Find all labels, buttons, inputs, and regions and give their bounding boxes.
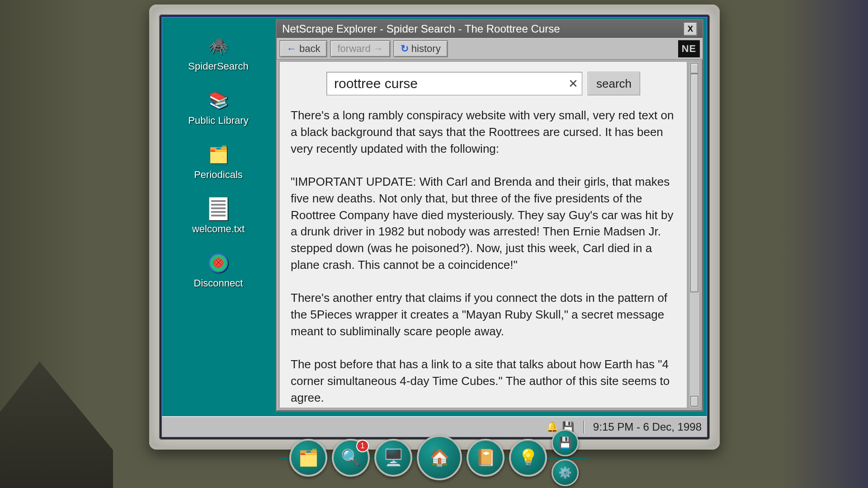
back-button-label: back [299, 43, 320, 55]
journal-icon: 📔 [476, 448, 496, 467]
forward-button-label: forward [337, 43, 370, 55]
desktop-icon-label: Periodicals [194, 169, 243, 181]
search-row: ✕ search [291, 72, 676, 95]
desktop-icon-periodicals[interactable]: 🗂️ Periodicals [180, 144, 257, 181]
dock-evidence-button[interactable]: 🗂️ [289, 439, 327, 477]
desktop-icon-public-library[interactable]: 📚 Public Library [180, 89, 257, 127]
vertical-scrollbar[interactable] [689, 61, 700, 408]
taskbar-clock: 9:15 PM - 6 Dec, 1998 [593, 421, 702, 433]
save-icon: 💾 [558, 436, 572, 449]
room-background: 🕷️ SpiderSearch 📚 Public Library 🗂️ Peri… [0, 0, 868, 488]
dock-home-button[interactable]: 🏠 [417, 435, 462, 480]
dock-journal-button[interactable]: 📔 [467, 439, 505, 477]
furniture-shadow [0, 361, 113, 488]
game-dock: 🗂️ 🔍 1 🖥️ 🏠 📔 💡 💾 ⚙️ [289, 429, 579, 486]
article-paragraph: "IMPORTANT UPDATE: With Carl and Brenda … [291, 174, 676, 273]
arrow-left-icon: ← [287, 43, 297, 55]
desktop-icon-label: SpiderSearch [188, 61, 248, 72]
evidence-icon: 🗂️ [298, 448, 319, 467]
crt-inner: 🕷️ SpiderSearch 📚 Public Library 🗂️ Peri… [159, 14, 710, 440]
article-paragraph: There's a long rambly conspiracy website… [291, 107, 676, 157]
arrow-right-icon: → [373, 43, 383, 55]
lightbulb-icon: 💡 [518, 448, 538, 467]
dock-computer-button[interactable]: 🖥️ [374, 439, 412, 477]
desktop-icon-label: Disconnect [194, 277, 243, 289]
magnifier-icon: 🔍 [341, 448, 361, 467]
desktop-screen: 🕷️ SpiderSearch 📚 Public Library 🗂️ Peri… [161, 16, 708, 438]
desktop-icon-disconnect[interactable]: Disconnect [180, 252, 257, 289]
textfile-icon [208, 198, 229, 220]
history-icon: ↻ [401, 43, 409, 55]
scrollbar-thumb[interactable] [690, 74, 698, 292]
browser-window: NetScrape Explorer - Spider Search - The… [276, 19, 703, 412]
search-input-wrap[interactable]: ✕ [326, 72, 582, 95]
history-button[interactable]: ↻ history [393, 40, 448, 57]
window-titlebar[interactable]: NetScrape Explorer - Spider Search - The… [277, 20, 703, 38]
tray-separator [583, 421, 584, 433]
browser-toolbar: ← back forward → ↻ history NE [277, 38, 703, 60]
page-content: ✕ search There's a long rambly conspirac… [279, 61, 687, 408]
folder-icon: 🗂️ [208, 144, 229, 165]
desktop-icons: 🕷️ SpiderSearch 📚 Public Library 🗂️ Peri… [180, 35, 257, 306]
desktop-icon-label: welcome.txt [192, 223, 245, 235]
spider-icon: 🕷️ [208, 35, 229, 57]
desktop-icon-spidersearch[interactable]: 🕷️ SpiderSearch [180, 35, 257, 72]
books-icon: 📚 [208, 89, 229, 111]
disconnect-icon [208, 252, 229, 274]
history-button-label: history [411, 43, 441, 55]
article-paragraph: The post before that has a link to a sit… [291, 356, 676, 406]
desktop-icon-label: Public Library [188, 115, 248, 127]
clear-search-icon[interactable]: ✕ [568, 77, 578, 91]
article-paragraph: There's another entry that claims if you… [291, 290, 676, 340]
browser-brand-logo: NE [678, 40, 700, 57]
search-button[interactable]: search [588, 72, 640, 95]
crt-monitor: 🕷️ SpiderSearch 📚 Public Library 🗂️ Peri… [149, 5, 720, 450]
dock-hint-button[interactable]: 💡 [509, 439, 547, 477]
home-icon: 🏠 [429, 448, 450, 467]
window-title: NetScrape Explorer - Spider Search - The… [282, 23, 560, 35]
desktop-icon-welcome-txt[interactable]: welcome.txt [180, 198, 257, 235]
computer-icon: 🖥️ [383, 448, 404, 467]
article-body: There's a long rambly conspiracy website… [291, 107, 676, 406]
dock-investigate-button[interactable]: 🔍 1 [332, 439, 370, 477]
browser-viewport: ✕ search There's a long rambly conspirac… [279, 61, 700, 408]
search-input[interactable] [333, 75, 564, 92]
back-button[interactable]: ← back [279, 40, 327, 57]
dock-settings-button[interactable]: ⚙️ [552, 459, 579, 486]
window-close-button[interactable]: X [684, 22, 697, 36]
dock-save-button[interactable]: 💾 [552, 429, 579, 456]
forward-button: forward → [330, 40, 390, 57]
notification-badge: 1 [356, 440, 369, 452]
gear-icon: ⚙️ [558, 466, 572, 479]
